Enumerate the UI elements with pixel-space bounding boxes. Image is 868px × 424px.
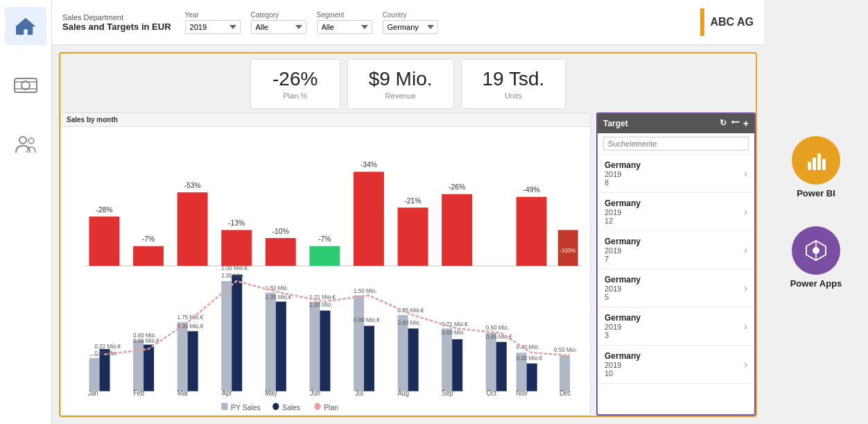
target-item-country-2: Germany (605, 237, 641, 246)
target-item-info-3: Germany 2019 5 (605, 275, 641, 301)
dashboard-area: -26% Plan % $9 Mio. Revenue 19 Tsd. Unit… (52, 45, 764, 424)
category-select[interactable]: Alle (251, 20, 306, 34)
legend-sales-dot (272, 403, 279, 410)
charts-row: Sales by month -28% (60, 112, 756, 416)
target-list-item[interactable]: Germany 2019 7 › (598, 231, 754, 269)
bar-oct-sales (496, 342, 507, 391)
bar-apr-py (221, 281, 232, 391)
label-aug: Aug (397, 389, 408, 398)
segment-select[interactable]: Alle (317, 20, 372, 34)
kpi-row: -26% Plan % $9 Mio. Revenue 19 Tsd. Unit… (60, 53, 756, 112)
country-label: Country (383, 11, 438, 19)
year-select[interactable]: 2019 (185, 20, 241, 34)
target-list-item[interactable]: Germany 2019 5 › (598, 269, 754, 307)
bar-oct-py (486, 333, 496, 391)
powerapps-label: Power Apps (790, 278, 842, 289)
bar-mar-py (177, 322, 188, 391)
bar-feb-neg (133, 246, 164, 266)
segment-filter: Segment Alle (317, 11, 372, 34)
legend-plan-dot (314, 403, 320, 410)
add-icon[interactable]: + (743, 118, 749, 129)
target-item-year-2: 2019 (605, 246, 641, 255)
target-header-icons: ↻ ⬳ + (720, 118, 749, 129)
val-jan-s: 0.22 Mio.€ (95, 342, 121, 350)
category-filter: Category Alle (251, 11, 306, 34)
target-list-item[interactable]: Germany 2019 8 › (598, 155, 754, 193)
sidebar-item-home[interactable] (5, 7, 46, 45)
pct-jul: -34% (361, 160, 377, 169)
pct-mar: -53% (184, 180, 200, 189)
legend-sales-label: Sales (282, 402, 300, 412)
svg-marker-0 (16, 18, 35, 35)
svg-rect-11 (817, 153, 821, 170)
bar-jul-py (354, 296, 364, 391)
orange-bar (700, 8, 704, 36)
powerbi-svg (804, 148, 828, 173)
target-item-info-2: Germany 2019 7 (605, 237, 641, 263)
segment-label: Segment (317, 11, 372, 19)
country-select[interactable]: Germany (383, 20, 438, 34)
bar-jun-sales (320, 311, 330, 391)
sidebar-item-people[interactable] (5, 125, 46, 163)
target-item-num-0: 8 (605, 178, 641, 187)
target-item-num-4: 3 (605, 331, 641, 339)
label-feb: Feb (133, 389, 144, 398)
val-jun-py: 1.21 Mio.€ (309, 293, 336, 300)
val-jun-s: 1.30 Mio. (309, 301, 332, 309)
chart-icon[interactable]: ⬳ (731, 118, 739, 129)
kpi-plan-value: -26% (272, 68, 319, 90)
val-jul-s: 0.99 Mio.€ (354, 316, 380, 324)
val-apr-s: 2.00 Mio.€ (221, 264, 248, 272)
target-item-num-5: 10 (605, 369, 641, 378)
kpi-plan: -26% Plan % (250, 59, 340, 109)
target-item-num-2: 7 (605, 255, 641, 263)
bar-may-py (266, 293, 276, 391)
bar-apr-neg (221, 230, 252, 266)
powerapps-svg (804, 238, 828, 263)
label-jan: Jan (88, 389, 98, 398)
refresh-icon[interactable]: ↻ (720, 118, 727, 129)
target-item-country-0: Germany (605, 160, 641, 170)
header: Sales Department Sales and Targets in EU… (52, 0, 764, 45)
kpi-revenue: $9 Mio. Revenue (347, 59, 454, 109)
target-item-country-5: Germany (605, 351, 641, 361)
svg-point-6 (19, 137, 26, 144)
bar-aug-neg (398, 207, 428, 266)
pct-aug: -21% (404, 196, 421, 205)
target-chevron-5: › (744, 359, 747, 370)
pct-jun: -7% (318, 235, 331, 244)
label-dec: Dec (559, 389, 571, 398)
pct-dec: -100% (559, 246, 576, 254)
bar-jun-py (309, 302, 320, 391)
target-list-item[interactable]: Germany 2019 10 › (598, 346, 754, 384)
bar-feb-sales (144, 345, 154, 391)
label-sep: Sep (442, 389, 453, 398)
target-item-country-4: Germany (605, 313, 641, 323)
powerbi-icon[interactable] (792, 136, 840, 185)
target-list: Germany 2019 8 › Germany 2019 12 › Germa… (598, 155, 754, 414)
dashboard-inner: -26% Plan % $9 Mio. Revenue 19 Tsd. Unit… (60, 53, 756, 416)
pct-nov: -49% (523, 185, 539, 194)
label-oct: Oct (487, 389, 497, 398)
dept-label: Sales Department (62, 13, 171, 22)
pct-feb: -7% (142, 235, 155, 244)
people-icon (13, 135, 38, 154)
bar-may-sales (276, 302, 286, 391)
bar-mar-sales (188, 331, 198, 391)
target-item-info-1: Germany 2019 12 (605, 198, 641, 225)
sidebar-item-money[interactable] (5, 66, 46, 104)
target-item-country-3: Germany (605, 275, 641, 285)
target-list-item[interactable]: Germany 2019 12 › (598, 193, 754, 231)
main-title: Sales and Targets in EUR (62, 22, 171, 32)
bar-sep-sales (452, 339, 462, 391)
target-list-item[interactable]: Germany 2019 3 › (598, 307, 754, 346)
year-label: Year (185, 11, 241, 19)
bar-sep-py (442, 328, 452, 391)
target-item-info-0: Germany 2019 8 (605, 160, 641, 187)
target-chevron-1: › (744, 206, 747, 217)
bar-may-neg (266, 238, 296, 266)
target-search-input[interactable] (603, 137, 749, 151)
label-nov: Nov (517, 389, 528, 398)
kpi-units-label: Units (483, 92, 545, 100)
powerapps-icon[interactable] (792, 226, 840, 275)
